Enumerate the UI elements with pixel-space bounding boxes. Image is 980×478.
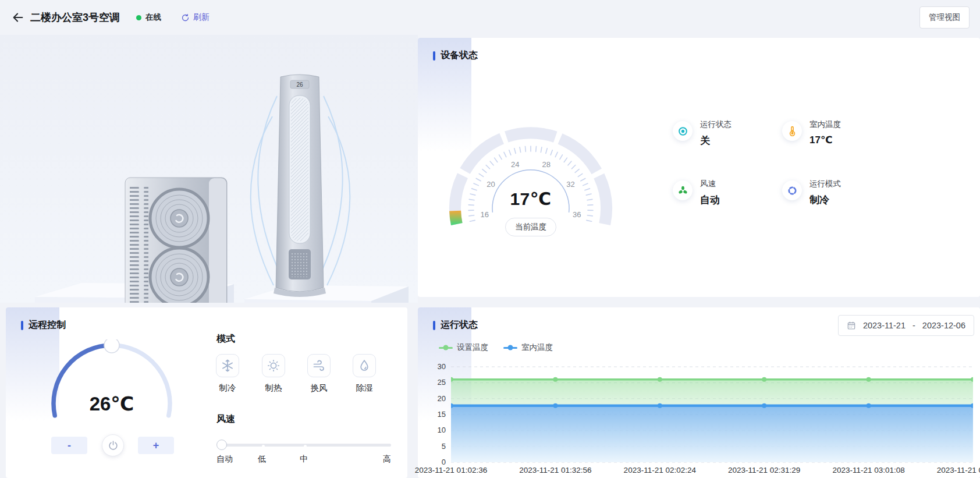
chart-x-axis-labels: 2023-11-21 01:02:362023-11-21 01:32:5620… xyxy=(451,466,973,476)
temperature-chart xyxy=(451,359,973,465)
x-tick-label: 2023-11-21 03:01:08 xyxy=(832,466,904,475)
header: 二楼办公室3号空调 在线 刷新 管理视图 xyxy=(0,0,980,35)
fan-level-low: 低 xyxy=(258,454,266,465)
refresh-button[interactable]: 刷新 xyxy=(181,12,210,23)
date-range-picker[interactable]: 2023-11-21 - 2023-12-06 xyxy=(838,315,974,336)
x-tick-label: 2023-11-21 01:02:36 xyxy=(415,466,487,475)
title-bar-accent xyxy=(21,321,23,330)
device-detail-page: 二楼办公室3号空调 在线 刷新 管理视图 xyxy=(0,0,980,478)
slider-stop-low xyxy=(262,445,265,448)
metric-indoor-temp: 室内温度 17℃ xyxy=(782,119,892,147)
fan-level-mid: 中 xyxy=(300,454,308,465)
y-tick-label: 30 xyxy=(438,362,446,371)
online-status: 在线 xyxy=(136,12,161,23)
fan-icon xyxy=(673,180,693,200)
online-status-dot xyxy=(136,15,141,20)
fan-bottom xyxy=(150,248,208,303)
x-tick-label: 2023-11-21 02:31:29 xyxy=(728,466,800,475)
metric-run-state: 运行状态 关 xyxy=(673,119,782,147)
device-status-title: 设备状态 xyxy=(433,49,478,62)
gauge-value-arc xyxy=(455,211,457,224)
gauge-tick-20: 20 xyxy=(487,180,495,189)
legend-indoor-temperature[interactable]: 室内温度 xyxy=(503,342,553,353)
temp-decrease-button[interactable]: - xyxy=(51,437,87,454)
calendar-icon xyxy=(847,321,856,330)
x-tick-label: 2023-11-21 03:31:03 xyxy=(937,466,980,475)
y-tick-label: 5 xyxy=(442,442,446,451)
fan-level-auto: 自动 xyxy=(216,454,233,465)
x-tick-label: 2023-11-21 02:02:24 xyxy=(624,466,696,475)
gauge-tick-32: 32 xyxy=(566,180,574,189)
remote-control-panel: 远程控制 26℃ - + 模式 xyxy=(6,307,407,478)
y-tick-label: 15 xyxy=(438,410,446,419)
chart-legend: 设置温度 室内温度 xyxy=(439,342,553,353)
back-arrow-icon xyxy=(12,11,24,24)
y-tick-label: 25 xyxy=(438,378,446,387)
sun-icon xyxy=(267,359,280,373)
mode-section-title: 模式 xyxy=(216,333,235,345)
mode-heat-label: 制热 xyxy=(262,383,285,394)
power-button[interactable] xyxy=(102,434,124,456)
temperature-dial xyxy=(45,339,179,444)
thermometer-icon xyxy=(782,121,802,141)
chart-y-axis-labels: 051015202530 xyxy=(422,359,446,465)
y-tick-label: 0 xyxy=(442,458,446,466)
dial-knob[interactable] xyxy=(104,339,119,353)
ac-units-illustration: 26 xyxy=(0,35,418,303)
metric-fan-speed: 风速 自动 xyxy=(673,179,782,207)
fan-level-high: 高 xyxy=(383,454,391,465)
run-status-title: 运行状态 xyxy=(433,319,478,331)
temp-increase-button[interactable]: + xyxy=(138,437,174,454)
power-status-icon xyxy=(673,121,693,141)
legend-set-temperature[interactable]: 设置温度 xyxy=(439,342,488,353)
temperature-gauge: 16 20 24 28 32 36 17℃ 当前温度 xyxy=(443,121,618,255)
refresh-icon xyxy=(181,13,190,22)
fan-speed-slider[interactable] xyxy=(216,439,391,451)
slider-stop-mid xyxy=(304,445,307,448)
refresh-label: 刷新 xyxy=(193,12,210,23)
gauge-tick-28: 28 xyxy=(542,160,551,169)
mode-icon xyxy=(782,180,802,200)
device-status-panel: 设备状态 16 20 24 28 32 36 17℃ xyxy=(418,38,980,297)
x-tick-label: 2023-11-21 01:32:56 xyxy=(519,466,591,475)
fan-top xyxy=(150,189,208,247)
mode-ventilate-label: 换风 xyxy=(307,383,331,394)
snowflake-icon xyxy=(221,359,235,373)
title-bar-accent xyxy=(433,321,435,330)
date-range-separator: - xyxy=(912,321,915,330)
run-status-panel: 运行状态 2023-11-21 - 2023-12-06 设置温度 室内温度 0… xyxy=(418,307,980,478)
set-temperature-value: 26℃ xyxy=(45,392,179,415)
mode-cool-button[interactable] xyxy=(216,354,239,377)
mode-dehumidify-label: 除湿 xyxy=(353,383,376,394)
date-range-end: 2023-12-06 xyxy=(922,321,965,330)
pedestal-right xyxy=(244,285,409,303)
mode-dehumidify-button[interactable] xyxy=(353,354,376,377)
slider-knob[interactable] xyxy=(216,440,227,450)
title-bar-accent xyxy=(433,51,435,61)
mode-ventilate-button[interactable] xyxy=(307,354,331,377)
droplet-icon xyxy=(357,359,371,373)
manage-view-button[interactable]: 管理视图 xyxy=(919,6,970,29)
tower-display-value: 26 xyxy=(296,82,303,88)
gauge-tick-16: 16 xyxy=(481,210,489,219)
outdoor-unit-illustration xyxy=(125,178,227,303)
current-temperature-value: 17℃ xyxy=(443,189,618,209)
page-title: 二楼办公室3号空调 xyxy=(30,10,120,24)
metric-run-mode: 运行模式 制冷 xyxy=(782,179,892,207)
legend-marker-indoor xyxy=(503,347,517,349)
mode-cool-label: 制冷 xyxy=(216,383,239,394)
power-icon xyxy=(108,440,119,451)
fan-level-labels: 自动 低 中 高 xyxy=(216,454,391,465)
status-metrics: 运行状态 关 室内温度 17℃ 风速 自动 xyxy=(673,119,892,207)
back-button[interactable] xyxy=(9,9,27,26)
product-showcase: 26 xyxy=(0,35,418,303)
current-temperature-caption: 当前温度 xyxy=(505,218,556,236)
fan-section-title: 风速 xyxy=(216,413,235,426)
remote-control-title: 远程控制 xyxy=(21,319,66,331)
date-range-start: 2023-11-21 xyxy=(863,321,906,330)
legend-marker-set xyxy=(439,347,453,349)
online-status-label: 在线 xyxy=(145,12,161,23)
mode-heat-button[interactable] xyxy=(262,354,285,377)
gauge-tick-24: 24 xyxy=(511,160,519,169)
indoor-tower-illustration: 26 xyxy=(274,75,326,297)
